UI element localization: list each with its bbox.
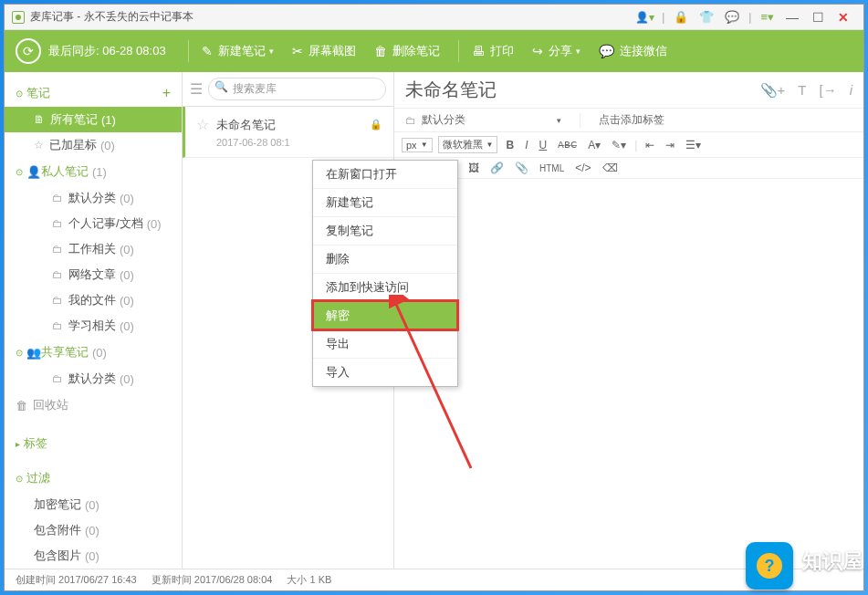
expand-icon: ⊙ [16,348,23,358]
file-size: 大小 1 KB [287,573,331,587]
sidebar-item-work[interactable]: 🗀工作相关(0) [5,236,182,262]
sidebar-section-private[interactable]: ⊙ 👤 私人笔记 (1) [5,158,182,185]
sidebar-item-personal[interactable]: 🗀个人记事/文档(0) [5,211,182,236]
sidebar-filter-encrypted[interactable]: 加密笔记(0) [5,492,182,517]
app-logo-icon [12,11,25,24]
sidebar-section-notes[interactable]: ⊙ 笔记 + [5,79,182,107]
editor-title-row: 未命名笔记 📎+ T [→ i [394,72,863,109]
folder-icon: 🗀 [52,243,63,256]
add-icon[interactable]: + [162,85,171,101]
menu-new-note[interactable]: 新建笔记 [313,188,457,216]
strikethrough-button[interactable]: A̶B̶C̶ [555,140,580,150]
image-button[interactable]: 🖼 [465,162,482,174]
print-button[interactable]: 🖶 打印 [472,43,514,59]
caret-down-icon: ▾ [557,116,561,125]
add-tag-button[interactable]: 点击添加标签 [599,112,664,128]
menu-decrypt[interactable]: 解密 [313,301,457,329]
star-icon[interactable]: ☆ [196,116,209,133]
folder-icon: 🗀 [405,114,416,127]
info-icon[interactable]: i [850,82,852,98]
text-icon[interactable]: T [798,82,806,98]
highlight-button[interactable]: ✎▾ [609,139,629,151]
export-icon[interactable]: [→ [819,82,836,98]
screenshot-button[interactable]: ✂ 屏幕截图 [292,43,356,59]
sidebar-item-web[interactable]: 🗀网络文章(0) [5,262,182,287]
expand-icon: ⊙ [16,89,23,99]
menu-delete[interactable]: 删除 [313,245,457,273]
watermark-badge-icon: ? [746,542,793,590]
print-icon: 🖶 [472,44,485,58]
sidebar-item-trash[interactable]: 🗑 回收站 [5,391,182,419]
caret-down-icon: ▾ [269,47,274,56]
search-row: ☰ 搜索麦库 [183,72,393,107]
folder-icon: 🗀 [52,268,63,281]
font-family-select[interactable]: 微软雅黑▼ [438,136,498,153]
font-size-select[interactable]: px▼ [402,138,433,152]
folder-icon: 🗀 [52,192,63,204]
trash-icon: 🗑 [16,399,27,412]
indent-right-button[interactable]: ⇥ [663,139,677,151]
shirt-icon[interactable]: 👕 [699,10,714,24]
menu-open-new-window[interactable]: 在新窗口打开 [313,161,457,188]
underline-button[interactable]: U [536,139,549,151]
titlebar: 麦库记事 - 永不丢失的云中记事本 👤▾ | 🔒 👕 💬 | ≡▾ — ☐ ✕ [5,5,863,30]
link-button[interactable]: 🔗 [487,162,507,174]
sidebar-section-tags[interactable]: ▸ 标签 [5,430,182,457]
sidebar-item-myfiles[interactable]: 🗀我的文件(0) [5,287,182,313]
folder-icon: 🗀 [52,372,63,385]
user-icon[interactable]: 👤▾ [635,11,654,24]
indent-left-button[interactable]: ⇤ [643,139,657,151]
attachment-icon[interactable]: 📎+ [760,82,786,99]
menu-copy-note[interactable]: 复制笔记 [313,216,457,245]
code-button[interactable]: </> [572,162,593,174]
sidebar-filter-image[interactable]: 包含图片(0) [5,543,182,569]
sidebar-filter-attach[interactable]: 包含附件(0) [5,517,182,543]
folder-icon: 🗀 [52,319,63,332]
sync-label: 最后同步: 06-28 08:03 [48,43,166,59]
menu-import[interactable]: 导入 [313,358,457,386]
html-button[interactable]: HTML [537,163,567,173]
new-note-button[interactable]: ✎ 新建笔记 ▾ [202,43,274,59]
bold-button[interactable]: B [503,139,517,151]
clear-format-button[interactable]: ⌫ [600,162,621,174]
note-list-item[interactable]: ☆ 未命名笔记 🔒 2017-06-28 08:1 [183,107,393,158]
menu-export[interactable]: 导出 [313,329,457,358]
font-color-button[interactable]: A▾ [585,139,603,151]
category-select[interactable]: 🗀 默认分类 ▾ [405,112,561,128]
menu-icon[interactable]: ≡▾ [760,10,774,24]
sidebar-item-study[interactable]: 🗀学习相关(0) [5,313,182,339]
delete-note-button[interactable]: 🗑 删除笔记 [374,43,440,59]
watermark-sub: zhishiwu.com [802,571,863,581]
sidebar-item-shared-default[interactable]: 🗀默认分类(0) [5,366,182,391]
sync-status[interactable]: ⟳ 最后同步: 06-28 08:03 [16,38,166,64]
close-button[interactable]: ✕ [831,10,856,25]
sidebar-item-starred[interactable]: ☆ 已加星标 (0) [5,132,182,158]
rich-toolbar: px▼ 微软雅黑▼ B I U A̶B̶C̶ A▾ ✎▾ | ⇤ ⇥ ☰▾ [394,132,863,158]
sidebar: ⊙ 笔记 + 🗎 所有笔记 (1) ☆ 已加星标 (0) ⊙ 👤 私人笔记 (1… [5,72,183,569]
editor-content[interactable] [394,179,863,569]
maximize-button[interactable]: ☐ [805,10,831,25]
sync-icon: ⟳ [16,38,41,64]
share-button[interactable]: ↪ 分享 ▾ [532,43,580,59]
list-view-icon[interactable]: ☰ [190,80,203,98]
expand-icon: ⊙ [16,474,23,484]
statusbar: 创建时间 2017/06/27 16:43 更新时间 2017/06/28 08… [5,569,863,590]
lock-icon[interactable]: 🔒 [674,10,688,24]
italic-button[interactable]: I [522,139,530,151]
sidebar-item-all-notes[interactable]: 🗎 所有笔记 (1) [5,107,182,132]
menu-add-quick-access[interactable]: 添加到快速访问 [313,273,457,301]
attach-button[interactable]: 📎 [512,162,531,174]
star-icon: ☆ [34,139,44,151]
sidebar-item-default[interactable]: 🗀默认分类(0) [5,185,182,211]
sidebar-section-filter[interactable]: ⊙ 过滤 [5,465,182,492]
search-input[interactable]: 搜索麦库 [208,78,386,100]
scissors-icon: ✂ [292,44,303,58]
sidebar-section-shared[interactable]: ⊙ 👥 共享笔记 (0) [5,339,182,366]
wechat-button[interactable]: 💬 连接微信 [599,43,667,59]
feedback-icon[interactable]: 💬 [725,10,739,24]
note-title[interactable]: 未命名笔记 [405,78,748,102]
minimize-button[interactable]: — [779,10,805,25]
expand-icon: ⊙ [16,167,23,177]
editor-panel: 未命名笔记 📎+ T [→ i 🗀 默认分类 ▾ 点击添加标签 px▼ 微软雅黑… [394,72,863,569]
list-button[interactable]: ☰▾ [683,139,704,151]
